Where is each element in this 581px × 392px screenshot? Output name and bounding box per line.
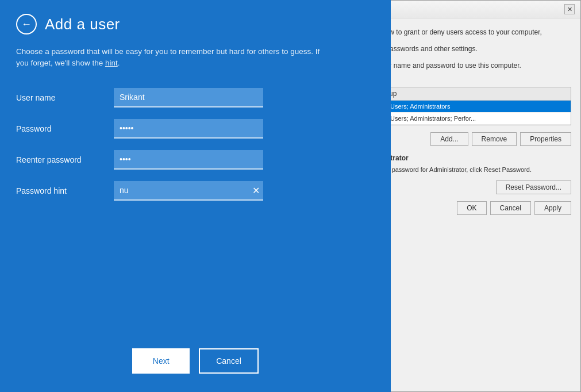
add-button[interactable]: Add... [430, 132, 468, 146]
password-hint-input[interactable] [114, 181, 263, 201]
hint-link[interactable]: hint [105, 59, 118, 67]
clear-hint-button[interactable]: ✕ [252, 186, 260, 195]
password-hint-container: ✕ [114, 181, 263, 201]
dialog-text1: t below to grant or deny users access to… [372, 28, 571, 37]
password-row: Password [16, 119, 375, 139]
dialog-subtitle: Choose a password that will be easy for … [0, 46, 345, 83]
add-user-dialog: ← Add a user Choose a password that will… [0, 0, 391, 392]
section-text: ge the password for Administrator, click… [372, 166, 571, 174]
system-properties-dialog: ✕ t below to grant or deny users access … [363, 0, 581, 392]
section-label: ministrator [372, 154, 571, 162]
dialog-content: t below to grant or deny users access to… [363, 18, 580, 224]
ok-button[interactable]: OK [457, 201, 486, 215]
bottom-buttons: OK Cancel Apply [372, 201, 571, 215]
reenter-password-input[interactable] [114, 150, 263, 170]
username-label: User name [16, 93, 114, 102]
remove-button[interactable]: Remove [472, 132, 517, 146]
username-input[interactable] [114, 88, 263, 107]
back-button[interactable]: ← [16, 14, 37, 34]
cancel-button[interactable]: Cancel [199, 348, 259, 374]
reset-row: Reset Password... [372, 180, 571, 194]
table-header-group: Group [373, 87, 571, 101]
username-row: User name [16, 88, 375, 107]
table-row[interactable]: Ssh Users; Administrators [373, 101, 571, 113]
reenter-password-row: Reenter password [16, 150, 375, 170]
dialog-text4: uter: [372, 74, 571, 83]
users-table: Group Ssh Users; Administrators Ssh User… [372, 87, 571, 125]
form-area: User name Password Reenter password Pass… [0, 83, 391, 337]
next-button[interactable]: Next [132, 348, 190, 374]
table-row[interactable]: Ssh Users; Administrators; Perfor... [373, 113, 571, 125]
password-label: Password [16, 124, 114, 133]
dialog-text2: nge passwords and other settings. [372, 44, 571, 54]
cancel-bottom-button[interactable]: Cancel [490, 201, 531, 215]
apply-button[interactable]: Apply [534, 201, 571, 215]
dialog-text3: a user name and password to use this com… [372, 61, 571, 71]
dialog-header: ← Add a user [0, 0, 391, 46]
reenter-password-label: Reenter password [16, 155, 114, 164]
password-hint-label: Password hint [16, 186, 114, 195]
dialog-title: Add a user [45, 16, 120, 33]
properties-button[interactable]: Properties [520, 132, 571, 146]
dialog-titlebar: ✕ [363, 1, 580, 18]
dialog-footer: Next Cancel [0, 337, 391, 392]
table-action-buttons: Add... Remove Properties [372, 132, 571, 146]
password-input[interactable] [114, 119, 263, 139]
password-hint-row: Password hint ✕ [16, 181, 375, 201]
reset-password-button[interactable]: Reset Password... [496, 180, 571, 194]
close-button[interactable]: ✕ [564, 4, 575, 14]
